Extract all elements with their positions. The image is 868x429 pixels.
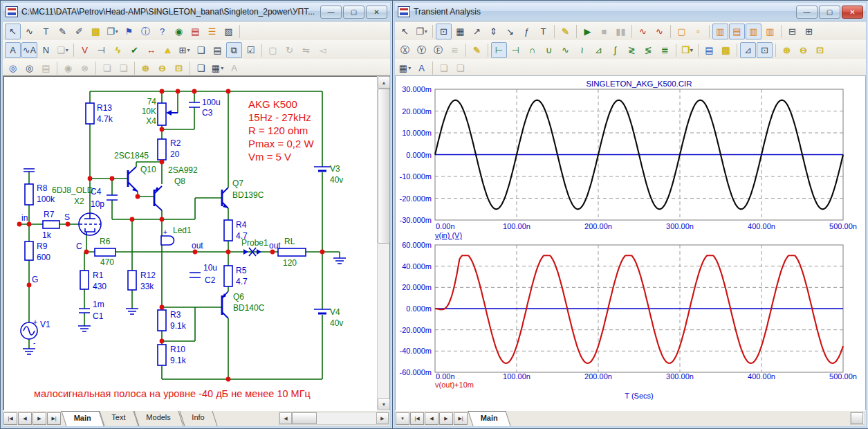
graphics-pen-icon[interactable]: ✐ <box>71 24 87 39</box>
next-page-button[interactable]: ▶ <box>33 412 46 425</box>
node-snap-icon[interactable]: ⧉ <box>226 42 242 58</box>
grid-icon[interactable]: ⊞▾ <box>176 42 192 58</box>
fx-icon[interactable]: Ⓕ <box>430 42 446 58</box>
flag-icon[interactable]: ⚑ <box>121 24 137 39</box>
new-page-icon[interactable]: ❑ <box>193 42 209 58</box>
prev-page-button[interactable]: ◀ <box>425 412 438 425</box>
send-back-icon[interactable]: ❏ <box>116 60 131 76</box>
show-power-icon[interactable]: ϟ <box>110 42 126 58</box>
show-condition-icon[interactable]: ✔ <box>127 42 142 58</box>
vertical-scrollbar[interactable]: ▲ ▼ <box>377 76 389 410</box>
scale-both-icon[interactable]: ↗ <box>469 24 485 39</box>
measure-mode-icon[interactable]: ⊡ <box>757 42 773 58</box>
split-horizontal-icon[interactable]: ⊟ <box>784 24 800 39</box>
text-mode-icon[interactable]: T <box>38 24 54 39</box>
first-page-button[interactable]: |◀ <box>410 412 424 425</box>
minimize-button[interactable]: — <box>796 6 818 19</box>
find-wave-icon[interactable]: ◎ <box>5 60 21 76</box>
data-points-icon[interactable]: ∿ <box>635 24 651 39</box>
schematic-drawing[interactable]: R134.7k R220 100uC3 C410p R8100k R71k R9… <box>5 77 378 408</box>
tab-models[interactable]: Models <box>134 411 185 426</box>
maximize-button[interactable]: ▢ <box>343 6 364 19</box>
tab-list-dropdown[interactable]: ▾ <box>396 412 409 425</box>
formula-icon[interactable]: ƒ <box>519 24 535 39</box>
zoom-out-icon[interactable]: ⊖ <box>795 42 811 58</box>
cursor-mode-icon[interactable]: ⊿ <box>740 42 756 58</box>
plot-area[interactable]: 30.000m20.000m10.000m0.000m-10.000m-20.0… <box>395 75 866 411</box>
info-icon[interactable]: ⓘ <box>138 24 154 39</box>
clipboard-icon[interactable]: ❐▾ <box>104 24 120 39</box>
corner-scroll-box[interactable] <box>850 412 865 425</box>
tab-main[interactable]: Main <box>468 411 510 426</box>
cursor-vertical-icon[interactable]: ⊣ <box>508 42 524 58</box>
y-axis-icon[interactable]: Ⓨ <box>414 42 430 58</box>
next-page-button[interactable]: ▶ <box>439 412 453 425</box>
slope-icon[interactable]: ⊿ <box>591 42 607 58</box>
prev-page-button[interactable]: ◀ <box>18 412 32 425</box>
rows-icon[interactable]: ☰ <box>204 24 220 39</box>
horizontal-scroll-thumb[interactable] <box>292 412 317 424</box>
flip-y-icon[interactable]: ◅ <box>315 42 331 58</box>
block-select-icon[interactable]: ▦▾ <box>210 60 225 76</box>
restore-button[interactable]: ▢ <box>819 6 840 19</box>
tab-text[interactable]: Text <box>99 411 138 426</box>
scale-mode-icon[interactable]: ⊡ <box>436 24 452 39</box>
help-mode-icon[interactable]: ? <box>154 24 170 39</box>
select-mode-icon[interactable]: ↖ <box>5 24 21 39</box>
show-attribute-text-icon[interactable]: A <box>5 42 21 58</box>
select-mode-icon[interactable]: ↖ <box>397 24 413 39</box>
branch-all-icon[interactable]: ≣ <box>657 42 673 58</box>
run-button[interactable]: ▶ <box>580 24 595 39</box>
warning-triangle-icon[interactable]: ▲ <box>160 42 176 58</box>
valley-icon[interactable]: ∪ <box>541 42 557 58</box>
panel-stripes-1-icon[interactable]: ▥ <box>712 24 728 39</box>
sheet-edit-icon[interactable]: ▨ <box>221 24 237 39</box>
notes-icon[interactable]: ▤ <box>38 60 54 76</box>
font-icon[interactable]: A <box>414 60 430 76</box>
line-mode-icon[interactable]: ✎ <box>55 24 71 39</box>
transient-plots[interactable]: 30.000m20.000m10.000m0.000m-10.000m-20.0… <box>396 76 865 408</box>
scroll-down-button[interactable]: ▼ <box>378 398 390 410</box>
panel-stripes-3-icon[interactable]: ▥ <box>746 24 761 39</box>
page-flip-icon[interactable]: ❑ <box>193 60 209 76</box>
close-button[interactable]: ✕ <box>842 6 863 19</box>
analysis-limits-icon[interactable]: ✎ <box>557 24 573 39</box>
last-page-button[interactable]: ▶| <box>454 412 468 425</box>
scale-y-icon[interactable]: ⇕ <box>486 24 501 39</box>
scroll-up-button[interactable]: ▲ <box>378 76 390 89</box>
right-titlebar[interactable]: Transient Analysis —▢✕ <box>395 3 866 21</box>
mute-icon[interactable]: ≋ <box>447 42 463 58</box>
stamp-icon[interactable]: ❏▾ <box>55 42 71 58</box>
scroll-right-button[interactable]: ▶ <box>376 412 389 424</box>
zoom-in-icon[interactable]: ⊕ <box>138 60 154 76</box>
tab-main[interactable]: Main <box>61 411 104 426</box>
low-icon[interactable]: ≀ <box>574 42 590 58</box>
wire-mode-icon[interactable]: ∿ <box>21 24 37 39</box>
page-info-icon[interactable]: ▤ <box>210 42 225 58</box>
check-sheet-icon[interactable]: ▤ <box>187 24 203 39</box>
panel-stripes-2-icon[interactable]: ▤ <box>729 24 745 39</box>
branch-up-icon[interactable]: ≶ <box>640 42 656 58</box>
global-high-icon[interactable]: ≷ <box>624 42 640 58</box>
x-axis-icon[interactable]: Ⓧ <box>397 42 413 58</box>
schematic-canvas[interactable]: R134.7k R220 100uC3 C410p R8100k R71k R9… <box>3 75 390 411</box>
waveform-list-icon[interactable]: ▤ <box>701 42 717 58</box>
close-circle-icon[interactable]: ⊗ <box>77 60 93 76</box>
block-select-icon[interactable]: ▦▾ <box>397 60 413 76</box>
text-mode-icon[interactable]: T <box>535 24 551 39</box>
show-current-icon[interactable]: ⊣ <box>93 42 109 58</box>
graph-properties-icon[interactable]: ▦ <box>452 24 468 39</box>
find-icon[interactable]: ◎ <box>21 60 37 76</box>
zoom-out-icon[interactable]: ⊖ <box>154 60 170 76</box>
zoom-100-icon[interactable]: ⊡ <box>812 42 828 58</box>
go-down-icon[interactable]: ◉ <box>60 60 76 76</box>
tokens-icon[interactable]: ∿ <box>652 24 667 39</box>
minimize-button[interactable]: — <box>320 6 342 19</box>
panel-stripes-4-icon[interactable]: ▥ <box>762 24 778 39</box>
last-page-button[interactable]: ▶| <box>47 412 61 425</box>
select-box-icon[interactable]: ▢ <box>265 42 281 58</box>
cursor-horizontal-icon[interactable]: ⊢ <box>491 42 507 58</box>
corner-thumb[interactable] <box>851 412 863 424</box>
clipboard-icon[interactable]: ❐▾ <box>414 24 430 39</box>
high-icon[interactable]: ∿ <box>557 42 573 58</box>
